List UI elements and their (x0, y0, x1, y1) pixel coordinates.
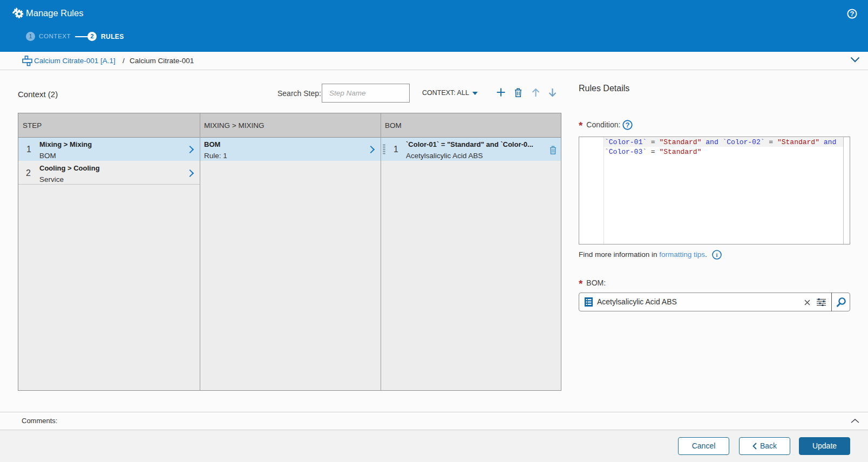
svg-text:?: ? (626, 121, 630, 129)
svg-text:i: i (716, 252, 718, 258)
svg-text:?: ? (850, 10, 855, 18)
